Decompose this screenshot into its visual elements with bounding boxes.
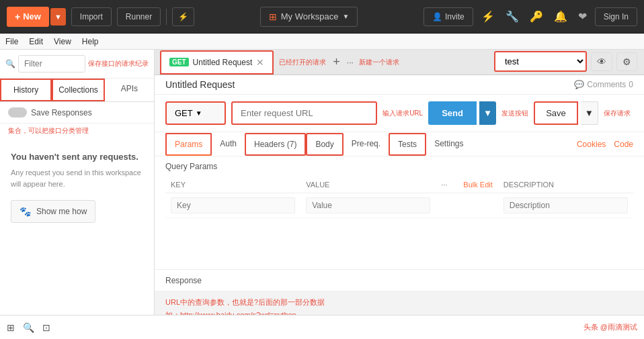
add-tab-button[interactable]: +: [329, 55, 344, 69]
person-icon: 👤: [432, 12, 442, 21]
bottom-icon-2[interactable]: 🔍: [23, 322, 34, 333]
method-dropdown[interactable]: GET ▼: [165, 101, 226, 125]
save-annotation: 保存接口的请求纪录: [88, 59, 149, 68]
params-tab-params[interactable]: Params: [165, 133, 212, 156]
params-tab-prereq[interactable]: Pre-req.: [344, 134, 389, 155]
params-tab-tests[interactable]: Tests: [389, 133, 426, 156]
menu-edit[interactable]: Edit: [29, 37, 43, 46]
request-name-bar: Untitled Request 💬 Comments 0: [155, 75, 644, 95]
bottom-icon-1[interactable]: ⊞: [7, 322, 15, 333]
menu-help[interactable]: Help: [82, 37, 99, 46]
import-button[interactable]: Import: [71, 7, 112, 26]
send-annotation: 发送按钮: [501, 109, 528, 118]
code-link[interactable]: Code: [614, 140, 633, 149]
params-tab-settings[interactable]: Settings: [426, 134, 471, 155]
flash-icon-btn[interactable]: ⚡: [479, 7, 497, 26]
new-button[interactable]: + New: [7, 7, 49, 27]
key-col-header: KEY: [165, 177, 300, 193]
workspace-label: My Workspace: [281, 11, 339, 21]
search-input[interactable]: [18, 55, 85, 72]
show-me-button[interactable]: 🐾 Show me how: [11, 200, 95, 223]
url-input[interactable]: [231, 101, 377, 125]
watermark: 头条 @雨滴测试: [583, 322, 637, 332]
save-button[interactable]: Save: [534, 101, 578, 125]
bottom-icon-3[interactable]: ⊡: [42, 322, 50, 333]
query-params-title: Query Params: [165, 156, 633, 177]
value-col-header: VALUE: [300, 177, 436, 193]
method-chevron: ▼: [196, 109, 202, 117]
params-tabs: Params Auth Headers (7) Body Pre-req. Te…: [155, 132, 644, 156]
request-name-title: Untitled Request: [165, 79, 235, 90]
cookies-link[interactable]: Cookies: [577, 140, 606, 149]
bell-icon-btn[interactable]: 🔔: [551, 7, 570, 26]
request-tab[interactable]: GET Untitled Request ✕: [160, 50, 274, 75]
empty-state: You haven't sent any requests. Any reque…: [0, 138, 154, 236]
comments-count: 0: [629, 80, 633, 89]
comments-link[interactable]: 💬 Comments 0: [574, 80, 633, 89]
menu-file[interactable]: File: [5, 37, 18, 46]
response-title: Response: [165, 276, 202, 285]
new-request-annotation: 新建一个请求: [359, 58, 399, 67]
save-responses-toggle[interactable]: [8, 107, 27, 117]
show-me-label: Show me how: [36, 207, 87, 216]
tab-method-badge: GET: [169, 58, 189, 66]
params-tab-body[interactable]: Body: [306, 133, 343, 156]
params-right-actions: Cookies Code: [577, 140, 633, 149]
intercept-button[interactable]: ⚡: [172, 7, 194, 26]
more-tabs-button[interactable]: ···: [347, 58, 354, 67]
tab-close-icon[interactable]: ✕: [256, 57, 264, 68]
response-area: Response: [155, 269, 644, 291]
menu-view[interactable]: View: [54, 37, 71, 46]
send-dropdown-button[interactable]: ▼: [479, 101, 496, 125]
params-tab-headers[interactable]: Headers (7): [245, 133, 306, 156]
params-tab-auth[interactable]: Auth: [212, 134, 245, 155]
sidebar: 🔍 保存接口的请求纪录 History Collections APIs Sav…: [0, 50, 155, 339]
new-label: New: [23, 11, 41, 21]
workspace-button[interactable]: ⊞ My Workspace ▼: [260, 7, 358, 27]
empty-title: You haven't sent any requests.: [11, 152, 143, 162]
input-url-annotation: 输入请求URL: [383, 109, 423, 118]
save-responses-toggle-area: Save Responses: [0, 102, 154, 124]
sidebar-tabs: History Collections APIs: [0, 79, 154, 102]
search-icon: 🔍: [5, 59, 15, 68]
paw-icon: 🐾: [19, 206, 31, 217]
table-row: [165, 193, 633, 218]
comment-icon: 💬: [574, 80, 584, 89]
new-dropdown-arrow[interactable]: ▼: [50, 8, 66, 26]
opened-request-annotation: 已经打开的请求: [279, 58, 326, 67]
group-manage-annotation: 集合，可以把接口分类管理: [8, 126, 146, 136]
save-responses-label: Save Responses: [31, 108, 92, 117]
comments-label: Comments: [587, 80, 626, 89]
sidebar-search-area: 🔍 保存接口的请求纪录: [0, 50, 154, 79]
params-area: Query Params KEY VALUE ··· Bulk Edit DES…: [155, 156, 644, 269]
bulk-edit-link[interactable]: Bulk Edit: [454, 177, 498, 193]
params-table: KEY VALUE ··· Bulk Edit DESCRIPTION: [165, 177, 633, 218]
content-area: test No Environment 👁 ⚙ GET Untitled Req…: [155, 50, 644, 339]
send-button[interactable]: Send: [428, 101, 477, 125]
environment-select[interactable]: test No Environment: [494, 51, 587, 72]
workspace-chevron: ▼: [342, 13, 349, 20]
runner-button[interactable]: Runner: [117, 7, 161, 26]
gear-icon-btn[interactable]: ⚙: [616, 52, 637, 71]
invite-button[interactable]: 👤 Invite: [424, 7, 473, 26]
heart-icon-btn[interactable]: ❤: [575, 7, 590, 26]
key-icon-btn[interactable]: 🔑: [527, 7, 546, 26]
desc-col-header: DESCRIPTION: [498, 177, 633, 193]
more-col-header: ···: [436, 177, 454, 193]
signin-button[interactable]: Sign In: [595, 7, 637, 26]
sidebar-tab-apis[interactable]: APIs: [105, 79, 154, 101]
empty-desc: Any request you send in this workspace w…: [11, 167, 143, 189]
value-input[interactable]: [306, 197, 430, 213]
description-input[interactable]: [504, 197, 628, 213]
settings-icon-btn[interactable]: 🔧: [503, 7, 522, 26]
save-dropdown-button[interactable]: ▼: [581, 101, 598, 125]
eye-icon-btn[interactable]: 👁: [591, 52, 612, 71]
topbar: + New ▼ Import Runner ⚡ ⊞ My Workspace ▼…: [0, 0, 644, 34]
invite-label: Invite: [445, 12, 465, 21]
workspace-icon: ⊞: [269, 11, 277, 22]
key-input[interactable]: [171, 197, 295, 213]
tab-name: Untitled Request: [193, 58, 253, 67]
sidebar-tab-collections[interactable]: Collections: [52, 79, 105, 101]
sidebar-tab-history[interactable]: History: [0, 79, 52, 101]
save-annotation2: 保存请求: [604, 109, 631, 118]
